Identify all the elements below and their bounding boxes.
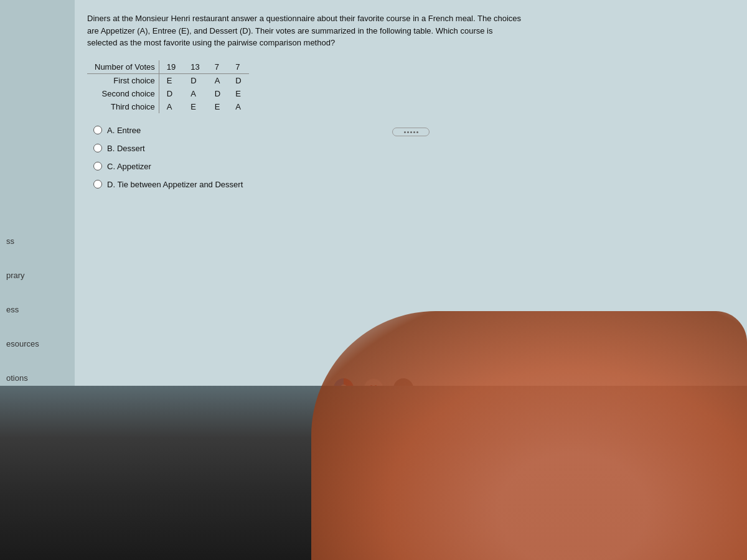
radio-b[interactable] xyxy=(93,144,102,152)
vote-13: 13 xyxy=(183,60,207,74)
option-b[interactable]: B. Dessert xyxy=(93,144,728,153)
sidebar-item-prary[interactable]: prary xyxy=(6,271,75,280)
row-label-second: Second choice xyxy=(87,87,159,100)
first-a: A xyxy=(207,73,228,87)
scroll-dot-3 xyxy=(410,131,412,133)
sidebar-item-options[interactable]: otions xyxy=(6,373,75,383)
vote-7a: 7 xyxy=(207,60,228,74)
first-d: D xyxy=(183,73,207,87)
scroll-indicator xyxy=(392,128,430,136)
second-e: E xyxy=(228,87,248,100)
radio-a[interactable] xyxy=(93,126,102,134)
radio-d[interactable] xyxy=(93,180,102,189)
option-a-label: A. Entree xyxy=(107,126,141,135)
first-e: E xyxy=(159,73,183,87)
first-d2: D xyxy=(228,73,248,87)
table-row-second: Second choice D A D E xyxy=(87,87,249,100)
row-label-votes: Number of Votes xyxy=(87,60,159,74)
option-c[interactable]: C. Appetizer xyxy=(93,162,728,171)
second-a: A xyxy=(183,87,207,100)
option-b-label: B. Dessert xyxy=(107,144,145,153)
row-label-first: First choice xyxy=(87,73,159,87)
sidebar: ss prary ess esources otions xyxy=(0,0,75,386)
sidebar-item-ess[interactable]: ess xyxy=(6,305,75,314)
vote-table: Number of Votes 19 13 7 7 First choice E… xyxy=(87,60,249,113)
vote-7b: 7 xyxy=(228,60,248,74)
option-d-label: D. Tie between Appetizer and Dessert xyxy=(107,180,243,189)
scroll-dot-5 xyxy=(416,131,418,133)
third-e2: E xyxy=(207,100,228,113)
option-d[interactable]: D. Tie between Appetizer and Dessert xyxy=(93,180,728,189)
sidebar-item-ss[interactable]: ss xyxy=(6,236,75,246)
vote-19: 19 xyxy=(159,60,183,74)
third-a2: A xyxy=(228,100,248,113)
scroll-dot-2 xyxy=(407,131,409,133)
sidebar-item-resources[interactable]: esources xyxy=(6,339,75,348)
third-e: E xyxy=(183,100,207,113)
option-c-label: C. Appetizer xyxy=(107,162,151,171)
scroll-dot-1 xyxy=(404,131,406,133)
question-text: Diners at the Monsieur Henri restaurant … xyxy=(87,12,523,49)
third-a: A xyxy=(159,100,183,113)
second-d: D xyxy=(159,87,183,100)
hand-overlay xyxy=(311,311,747,560)
table-row-third: Third choice A E E A xyxy=(87,100,249,113)
table-row-votes: Number of Votes 19 13 7 7 xyxy=(87,60,249,74)
radio-c[interactable] xyxy=(93,162,102,170)
row-label-third: Third choice xyxy=(87,100,159,113)
scroll-dot-4 xyxy=(413,131,415,133)
table-row-first: First choice E D A D xyxy=(87,73,249,87)
second-d2: D xyxy=(207,87,228,100)
